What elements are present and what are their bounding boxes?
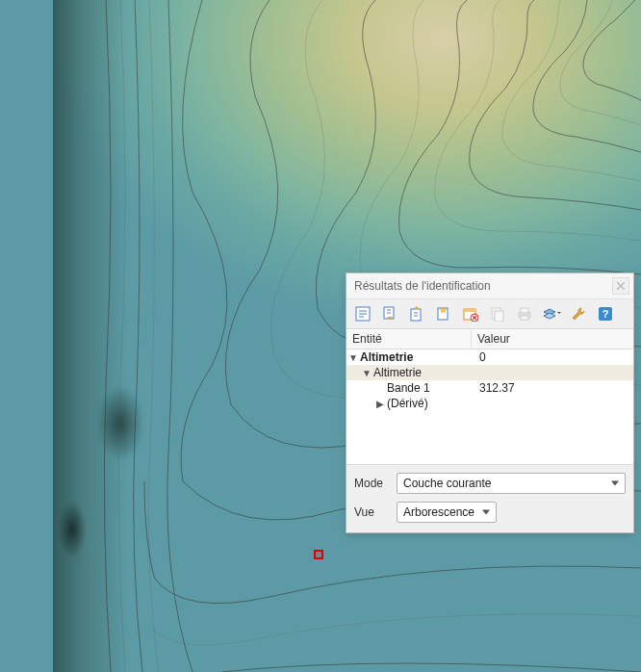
chevron-right-icon[interactable]: ▶ <box>375 399 387 409</box>
form-area: Mode Couche courante Vue Arborescence <box>346 465 633 532</box>
view-row: Vue Arborescence <box>354 502 626 523</box>
collapse-all-button[interactable] <box>406 303 427 324</box>
print-icon <box>517 306 532 322</box>
panel-titlebar[interactable]: Résultats de l'identification <box>346 273 633 299</box>
close-button[interactable] <box>612 277 629 295</box>
expand-new-results-button[interactable] <box>352 303 373 324</box>
toolbar: ? <box>346 299 633 328</box>
mode-value: Couche courante <box>403 477 491 490</box>
close-icon <box>617 282 625 290</box>
identify-settings-button[interactable] <box>541 303 562 324</box>
expand-all-icon <box>382 306 397 322</box>
tree-header: Entité Valeur <box>346 328 633 349</box>
svg-rect-2 <box>411 309 421 321</box>
copy-feature-button <box>487 303 508 324</box>
help-button[interactable]: ? <box>595 303 616 324</box>
mode-label: Mode <box>354 477 391 490</box>
tree-row[interactable]: ▼Altimetrie 0 <box>346 349 633 365</box>
wrench-icon <box>571 306 586 322</box>
tree-label: Bande 1 <box>387 381 430 395</box>
svg-rect-11 <box>521 316 528 320</box>
identify-marker <box>314 550 323 559</box>
chevron-down-icon <box>611 481 619 486</box>
tree-row[interactable]: Bande 1 312.37 <box>346 380 633 396</box>
chevron-down-icon[interactable]: ▼ <box>362 368 373 378</box>
svg-text:?: ? <box>603 308 609 320</box>
tree-row[interactable]: ▼Altimetrie <box>346 365 633 380</box>
mode-row: Mode Couche courante <box>354 473 626 494</box>
tree-value: 0 <box>474 350 633 364</box>
view-label: Vue <box>354 505 391 519</box>
print-button <box>514 303 535 324</box>
identify-results-panel: Résultats de l'identification <box>346 272 634 533</box>
help-icon: ? <box>598 306 613 322</box>
chevron-down-icon[interactable]: ▼ <box>348 352 360 363</box>
svg-rect-5 <box>464 309 475 312</box>
default-expand-button[interactable] <box>433 303 454 324</box>
tree-expand-icon <box>355 306 371 322</box>
svg-rect-10 <box>521 308 528 313</box>
clear-icon <box>463 306 478 322</box>
clear-results-button[interactable] <box>460 303 481 324</box>
view-select[interactable]: Arborescence <box>397 502 497 523</box>
layers-dropdown-icon <box>542 306 561 322</box>
collapse-all-icon <box>409 306 424 322</box>
mode-select[interactable]: Couche courante <box>397 473 626 494</box>
star-tree-icon <box>436 306 451 322</box>
tree-label: (Dérivé) <box>387 397 428 410</box>
expand-all-button[interactable] <box>379 303 400 324</box>
options-button[interactable] <box>568 303 589 324</box>
panel-title: Résultats de l'identification <box>354 279 491 293</box>
copy-icon <box>490 306 505 322</box>
chevron-down-icon <box>482 510 490 515</box>
tree-label: Altimetrie <box>373 366 422 379</box>
svg-rect-8 <box>495 311 503 322</box>
tree-value: 312.37 <box>474 381 633 395</box>
column-value[interactable]: Valeur <box>472 329 633 349</box>
tree-label: Altimetrie <box>360 350 413 364</box>
view-value: Arborescence <box>403 505 474 519</box>
tree-body[interactable]: ▼Altimetrie 0 ▼Altimetrie Bande 1 312.37… <box>346 349 633 465</box>
tree-row[interactable]: ▶(Dérivé) <box>346 396 633 411</box>
column-entity[interactable]: Entité <box>346 329 472 349</box>
